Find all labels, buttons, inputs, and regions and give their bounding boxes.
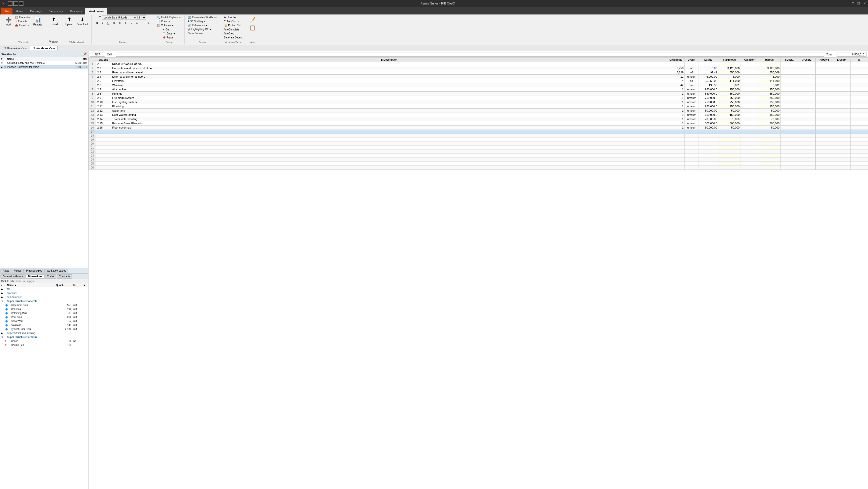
qty-cell-8[interactable]: 1 [667, 92, 685, 96]
cell-23[interactable] [685, 154, 699, 158]
htotal-cell-7[interactable]: 950,000 [758, 87, 781, 92]
table-row-23[interactable]: 23 [89, 154, 868, 158]
cell-6[interactable] [798, 83, 816, 87]
subtotal-cell-2[interactable]: 3,125,000 [718, 66, 741, 70]
cell-input[interactable] [116, 52, 824, 57]
qty-cell-20[interactable] [667, 142, 685, 146]
cell-2[interactable] [741, 66, 758, 70]
table-row-22[interactable]: 22 [89, 150, 868, 154]
htotal-cell-11[interactable]: 950,000 [758, 104, 781, 109]
cell-19[interactable]: 19 [89, 138, 96, 142]
spreadsheet-area[interactable]: A:Code B:Description C:Quantity D:Unit E… [89, 58, 868, 489]
cell-8[interactable]: 8 [89, 92, 96, 96]
cell-6[interactable] [816, 83, 833, 87]
cell-17[interactable] [781, 130, 798, 134]
copy-button[interactable]: 📋 Copy ▼ [162, 32, 177, 35]
cell-20[interactable] [850, 142, 868, 146]
table-row-25[interactable]: 25 [89, 162, 868, 166]
cell-24[interactable] [685, 158, 699, 162]
cell-21[interactable] [685, 146, 699, 150]
qty-cell-2[interactable]: 3,750 [667, 66, 685, 70]
cell-15[interactable]: lumsum [685, 121, 699, 125]
cell-24[interactable] [781, 158, 798, 162]
htotal-cell-10[interactable]: 750,000 [758, 100, 781, 104]
cell-10[interactable] [781, 100, 798, 104]
cell-12[interactable] [816, 109, 833, 113]
table-row-7[interactable]: 72.7Air condition1lumsum950,000.0950,000… [89, 87, 868, 92]
desc-cell-1[interactable]: Super Structure works [111, 62, 667, 66]
cell-26[interactable]: 26 [89, 166, 96, 170]
workbook-row-2[interactable]: ▶ ⊞ Planned Estimation for works 8,500,0… [0, 65, 88, 69]
cell-9[interactable]: lumsum [685, 96, 699, 100]
cell-15[interactable] [798, 121, 816, 125]
add-button[interactable]: ➕ Add [3, 16, 13, 27]
cell-12[interactable] [741, 109, 758, 113]
desc-cell-20[interactable] [111, 142, 667, 146]
cell-15[interactable]: 2.15 [96, 121, 111, 125]
cell-7[interactable] [850, 87, 868, 92]
rate-cell-8[interactable]: 850,000.0 [699, 92, 718, 96]
cell-10[interactable]: 10 [89, 100, 96, 104]
cell-6[interactable]: 2.6 [96, 83, 111, 87]
cell-18[interactable] [781, 134, 798, 138]
dim-col-unit[interactable]: U... [72, 283, 82, 287]
dim-item-couch[interactable]: # Couch 64 no [0, 339, 88, 343]
highlighting-button[interactable]: 🖌 Highlighting Off ▼ [187, 27, 218, 31]
cell-16[interactable]: lumsum [685, 125, 699, 130]
qty-cell-22[interactable] [667, 150, 685, 154]
cell-1[interactable]: 2 [96, 62, 111, 66]
rate-cell-23[interactable] [699, 154, 718, 158]
subtotal-cell-20[interactable] [718, 142, 741, 146]
rate-cell-11[interactable]: 950,000.0 [699, 104, 718, 109]
cell-18[interactable] [685, 134, 699, 138]
cell-17[interactable]: 17 [89, 130, 96, 134]
cell-1[interactable] [816, 62, 833, 66]
col-header-qty[interactable]: C:Quantity [667, 58, 685, 62]
qty-cell-17[interactable] [667, 130, 685, 134]
cell-1[interactable] [685, 62, 699, 66]
subtotal-cell-1[interactable] [718, 62, 741, 66]
col-header-user1[interactable]: I:User1 [781, 58, 798, 62]
cell-13[interactable] [850, 113, 868, 117]
cell-22[interactable] [781, 150, 798, 154]
cell-4[interactable]: 2.4 [96, 75, 111, 79]
htotal-cell-4[interactable]: 6,000 [758, 75, 781, 79]
quick-access-dropdown[interactable]: ▼ [19, 1, 24, 6]
italic-button[interactable]: I [100, 20, 105, 26]
table-row-3[interactable]: 32.3External and Internal wall3,829m291.… [89, 70, 868, 75]
cell-10[interactable] [850, 100, 868, 104]
underline-button[interactable]: U [105, 20, 111, 26]
cell-16[interactable] [850, 125, 868, 130]
desc-cell-7[interactable]: Air condition [111, 87, 667, 92]
cell-24[interactable] [96, 158, 111, 162]
cell-13[interactable] [833, 113, 850, 117]
qty-cell-7[interactable]: 1 [667, 87, 685, 92]
cell-15[interactable] [833, 121, 850, 125]
indent-left-button[interactable]: « [128, 20, 134, 26]
cell-6[interactable] [850, 83, 868, 87]
cell-20[interactable] [741, 142, 758, 146]
rate-cell-24[interactable] [699, 158, 718, 162]
cell-12[interactable]: lumsum [685, 109, 699, 113]
qty-cell-10[interactable]: 1 [667, 100, 685, 104]
cell-25[interactable] [850, 162, 868, 166]
align-left-button[interactable]: ≡ [111, 20, 117, 26]
rate-cell-18[interactable] [699, 134, 718, 138]
cell-22[interactable] [816, 150, 833, 154]
cell-3[interactable] [816, 70, 833, 75]
cell-5[interactable] [741, 79, 758, 83]
cell-19[interactable] [798, 138, 816, 142]
cell-11[interactable] [816, 104, 833, 109]
cell-18[interactable]: 18 [89, 134, 96, 138]
table-row-6[interactable]: 62.6Windows42no190.508,0018,001 [89, 83, 868, 87]
htotal-cell-23[interactable] [758, 154, 781, 158]
tab-values[interactable]: Values [12, 268, 24, 273]
desc-cell-2[interactable]: Excavation and concrete skelton [111, 66, 667, 70]
dim-item-standard[interactable]: ▶ Standard [0, 291, 88, 295]
dim-item-typical-floor[interactable]: 🔷 Typical Floor Slab 2,134 m3 [0, 327, 88, 331]
cell-18[interactable] [96, 134, 111, 138]
cell-24[interactable] [833, 158, 850, 162]
tab-dimension-groups[interactable]: Dimension Groups [0, 274, 26, 279]
cell-24[interactable] [798, 158, 816, 162]
htotal-cell-9[interactable]: 750,000 [758, 96, 781, 100]
